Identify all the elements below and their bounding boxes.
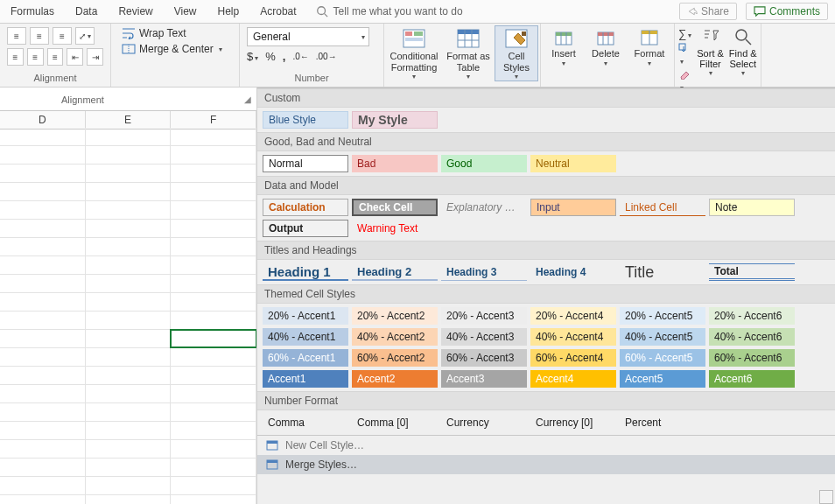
align-left-button[interactable]: ≡ xyxy=(7,48,24,66)
number-format-select[interactable]: General ▾ xyxy=(247,27,369,46)
style-my-style[interactable]: My Style xyxy=(352,111,438,129)
tab-help[interactable]: Help xyxy=(207,0,250,23)
style-input[interactable]: Input xyxy=(530,199,616,216)
style-accent2[interactable]: Accent2 xyxy=(352,370,438,388)
style-comma0[interactable]: Comma [0] xyxy=(352,414,438,431)
style-linked-cell[interactable]: Linked Cell xyxy=(620,199,705,216)
autosum-button[interactable]: ∑▾ xyxy=(678,27,691,40)
col-header-F[interactable]: F xyxy=(171,111,256,129)
delete-cells-button[interactable]: Delete ▾ xyxy=(585,25,627,67)
style-60-accent4[interactable]: 60% - Accent4 xyxy=(530,349,616,367)
style-40-accent5[interactable]: 40% - Accent5 xyxy=(620,328,705,346)
align-center-button[interactable]: ≡ xyxy=(27,48,44,66)
col-header-E[interactable]: E xyxy=(86,111,172,129)
tab-formulas[interactable]: Formulas xyxy=(0,0,65,23)
tab-view[interactable]: View xyxy=(164,0,207,23)
style-20-accent2[interactable]: 20% - Accent2 xyxy=(352,307,438,325)
wrap-text-button[interactable]: Wrap Text xyxy=(118,27,232,39)
style-20-accent3[interactable]: 20% - Accent3 xyxy=(441,307,527,325)
style-note[interactable]: Note xyxy=(709,199,795,216)
conditional-formatting-button[interactable]: Conditional Formatting Conditional Forma… xyxy=(386,25,442,81)
new-cell-style-button[interactable]: New Cell Style… xyxy=(257,436,835,455)
sort-label-1: Sort & xyxy=(697,48,724,59)
style-20-accent5[interactable]: 20% - Accent5 xyxy=(620,307,705,325)
sort-filter-button[interactable]: Sort & Filter ▾ xyxy=(697,27,724,77)
style-60-accent3[interactable]: 60% - Accent3 xyxy=(441,349,527,367)
align-top-button[interactable]: ≡ xyxy=(7,27,26,45)
style-calculation[interactable]: Calculation xyxy=(263,199,348,216)
align-bottom-button[interactable]: ≡ xyxy=(53,27,72,45)
accounting-format-button[interactable]: $▾ xyxy=(247,50,258,63)
style-heading-1[interactable]: Heading 1 xyxy=(263,263,348,281)
style-comma[interactable]: Comma xyxy=(263,414,348,431)
fill-button[interactable]: ▾ xyxy=(678,43,691,66)
chevron-down-icon: ▾ xyxy=(741,69,745,77)
style-neutral[interactable]: Neutral xyxy=(530,155,616,172)
comments-button[interactable]: Comments xyxy=(746,3,828,20)
style-check-cell[interactable]: Check Cell xyxy=(352,199,438,216)
style-40-accent1[interactable]: 40% - Accent1 xyxy=(263,328,348,346)
tell-me-search[interactable]: Tell me what you want to do xyxy=(316,5,463,18)
style-currency[interactable]: Currency xyxy=(441,414,527,431)
style-20-accent6[interactable]: 20% - Accent6 xyxy=(709,307,795,325)
alignment-group-label-dup: Alignment xyxy=(61,94,104,105)
style-heading-2[interactable]: Heading 2 xyxy=(352,263,438,281)
style-60-accent5[interactable]: 60% - Accent5 xyxy=(620,349,705,367)
style-heading-4[interactable]: Heading 4 xyxy=(530,263,616,281)
share-button[interactable]: Share xyxy=(679,3,737,20)
tab-data[interactable]: Data xyxy=(65,0,108,23)
insert-cells-button[interactable]: Insert ▾ xyxy=(543,25,585,67)
resize-grip-icon[interactable] xyxy=(819,490,833,504)
format-as-table-button[interactable]: Format as Table ▾ xyxy=(442,25,495,81)
style-percent[interactable]: Percent xyxy=(620,414,705,431)
merge-center-button[interactable]: Merge & Center ▾ xyxy=(118,43,232,55)
style-heading-3[interactable]: Heading 3 xyxy=(441,263,527,281)
style-20-accent1[interactable]: 20% - Accent1 xyxy=(263,307,348,325)
style-accent5[interactable]: Accent5 xyxy=(620,370,705,388)
selected-cell[interactable] xyxy=(171,330,256,347)
percent-format-button[interactable]: % xyxy=(265,50,276,63)
cell-grid[interactable] xyxy=(0,128,256,504)
dialog-launcher-icon[interactable]: ◢ xyxy=(244,94,251,104)
cell-styles-button[interactable]: Cell Styles ▾ xyxy=(495,25,538,81)
find-select-button[interactable]: Find & Select ▾ xyxy=(729,27,757,77)
style-normal[interactable]: Normal xyxy=(263,155,348,172)
insert-icon xyxy=(553,27,574,46)
style-accent3[interactable]: Accent3 xyxy=(441,370,527,388)
style-60-accent2[interactable]: 60% - Accent2 xyxy=(352,349,438,367)
merge-styles-button[interactable]: Merge Styles… xyxy=(257,455,835,474)
align-right-button[interactable]: ≡ xyxy=(47,48,64,66)
style-total[interactable]: Total xyxy=(709,263,795,281)
style-accent4[interactable]: Accent4 xyxy=(530,370,616,388)
increase-indent-button[interactable]: ⇥ xyxy=(87,48,103,66)
worksheet-area[interactable]: Alignment ◢ D E F xyxy=(0,88,257,504)
decrease-indent-button[interactable]: ⇤ xyxy=(67,48,83,66)
style-20-accent4[interactable]: 20% - Accent4 xyxy=(530,307,616,325)
tab-acrobat[interactable]: Acrobat xyxy=(249,0,306,23)
decrease-decimal-button[interactable]: .00→ xyxy=(316,52,337,61)
style-60-accent6[interactable]: 60% - Accent6 xyxy=(709,349,795,367)
style-40-accent4[interactable]: 40% - Accent4 xyxy=(530,328,616,346)
style-blue-style[interactable]: Blue Style xyxy=(263,111,348,129)
format-cells-button[interactable]: Format ▾ xyxy=(627,25,672,67)
comma-format-button[interactable]: , xyxy=(283,50,286,63)
style-warning-text[interactable]: Warning Text xyxy=(352,220,438,237)
style-accent1[interactable]: Accent1 xyxy=(263,370,348,388)
tab-review[interactable]: Review xyxy=(108,0,163,23)
style-40-accent6[interactable]: 40% - Accent6 xyxy=(709,328,795,346)
style-accent6[interactable]: Accent6 xyxy=(709,370,795,388)
style-output[interactable]: Output xyxy=(263,220,348,237)
style-explanatory[interactable]: Explanatory … xyxy=(441,199,527,216)
increase-decimal-button[interactable]: .0← xyxy=(292,52,308,61)
style-bad[interactable]: Bad xyxy=(352,155,438,172)
orientation-button[interactable]: ⤢▾ xyxy=(75,27,95,45)
style-40-accent3[interactable]: 40% - Accent3 xyxy=(441,328,527,346)
style-title[interactable]: Title xyxy=(620,263,705,281)
align-middle-button[interactable]: ≡ xyxy=(30,27,49,45)
style-60-accent1[interactable]: 60% - Accent1 xyxy=(263,349,348,367)
style-currency0[interactable]: Currency [0] xyxy=(530,414,616,431)
style-good[interactable]: Good xyxy=(441,155,527,172)
style-40-accent2[interactable]: 40% - Accent2 xyxy=(352,328,438,346)
col-header-D[interactable]: D xyxy=(0,111,86,129)
section-custom: Custom xyxy=(257,88,835,108)
